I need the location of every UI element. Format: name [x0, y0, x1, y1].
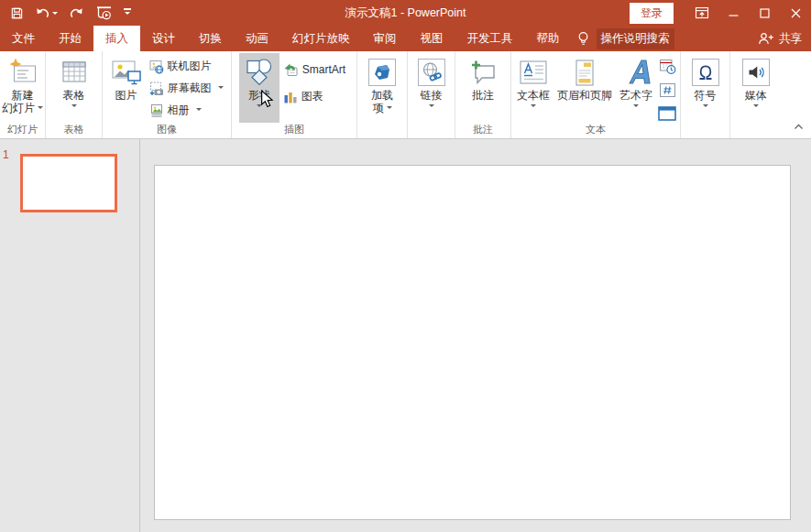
- object-button[interactable]: [656, 103, 678, 124]
- slide-thumbnail-panel: 1: [0, 139, 140, 532]
- minimize-button[interactable]: [718, 0, 749, 26]
- close-icon: [791, 8, 801, 18]
- media-dropdown-arrow: [753, 104, 759, 110]
- collapse-ribbon-button[interactable]: [794, 117, 804, 134]
- add-ins-label-1: 加载: [371, 89, 393, 102]
- undo-icon: [35, 6, 50, 20]
- link-label: 链接: [421, 89, 443, 102]
- maximize-button[interactable]: [749, 0, 780, 26]
- date-time-button[interactable]: [656, 56, 678, 76]
- tab-view[interactable]: 视图: [409, 26, 455, 51]
- new-slide-label-1: 新建: [12, 89, 34, 102]
- chart-button[interactable]: 图表: [279, 87, 349, 106]
- images-small-buttons: 联机图片 屏幕截图 相册: [146, 53, 227, 120]
- start-from-beginning-button[interactable]: [92, 2, 116, 24]
- maximize-icon: [760, 8, 770, 18]
- header-footer-button[interactable]: 页眉和页脚: [553, 53, 616, 123]
- chevron-up-icon: [794, 124, 804, 130]
- shapes-label: 形状: [248, 89, 270, 102]
- media-button[interactable]: 媒体: [739, 53, 773, 123]
- tab-slideshow[interactable]: 幻灯片放映: [280, 26, 362, 51]
- tab-developer[interactable]: 开发工具: [455, 26, 525, 51]
- slide-thumbnail[interactable]: [20, 154, 117, 212]
- undo-dropdown-caret: [52, 12, 58, 17]
- photo-album-label: 相册: [168, 103, 190, 118]
- undo-button[interactable]: [31, 2, 61, 24]
- tell-me-label: 操作说明搜索: [597, 28, 674, 49]
- group-label-tables: 表格: [46, 123, 102, 136]
- picture-label: 图片: [115, 89, 137, 102]
- group-text: 文本框 页眉和页脚 艺术字: [511, 51, 681, 138]
- add-ins-button[interactable]: 加载 项: [365, 53, 400, 123]
- group-label-illustrations: 插图: [232, 123, 356, 136]
- text-icon-buttons: [656, 53, 678, 124]
- group-tables: 表格 表格: [46, 51, 103, 138]
- text-box-button[interactable]: 文本框: [513, 53, 553, 123]
- header-footer-icon: [574, 56, 596, 89]
- group-addins: 加载 项: [357, 51, 408, 138]
- screenshot-button[interactable]: 屏幕截图: [146, 79, 227, 98]
- start-slideshow-icon: [95, 5, 113, 21]
- ribbon-insert: 新建 幻灯片 幻灯片 表格 表格 图片: [0, 51, 811, 139]
- photo-album-dropdown-arrow: [196, 108, 202, 114]
- customize-qat-button[interactable]: [120, 2, 135, 24]
- tell-me-search[interactable]: 操作说明搜索: [577, 26, 674, 51]
- tab-help[interactable]: 帮助: [525, 26, 572, 51]
- wordart-button[interactable]: 艺术字: [616, 53, 656, 123]
- illustrations-small-buttons: SmartArt 图表: [279, 53, 349, 106]
- picture-button[interactable]: 图片: [107, 53, 146, 123]
- link-dropdown-arrow: [429, 104, 434, 110]
- group-illustrations: 形状 SmartArt 图表 插图: [232, 51, 357, 138]
- header-footer-label: 页眉和页脚: [557, 89, 612, 102]
- text-box-icon: [519, 56, 548, 89]
- object-icon: [658, 106, 676, 121]
- link-button[interactable]: 链接: [414, 53, 449, 123]
- tab-animations[interactable]: 动画: [234, 26, 280, 51]
- group-comments: 批注 批注: [455, 51, 511, 138]
- group-media: 媒体: [730, 51, 781, 138]
- save-button[interactable]: [6, 2, 27, 24]
- tab-review[interactable]: 审阅: [362, 26, 409, 51]
- table-dropdown-arrow: [71, 104, 77, 110]
- slide-number-button[interactable]: [656, 80, 678, 100]
- save-icon: [10, 6, 24, 20]
- wordart-icon: [620, 56, 652, 89]
- chart-icon: [283, 90, 298, 104]
- group-label-images: 图像: [103, 123, 231, 136]
- redo-button[interactable]: [65, 2, 88, 24]
- tab-insert[interactable]: 插入: [93, 26, 140, 51]
- sign-in-button[interactable]: 登录: [630, 3, 674, 24]
- tab-home[interactable]: 开始: [47, 26, 93, 51]
- tab-transitions[interactable]: 切换: [187, 26, 234, 51]
- add-ins-label-2: 项: [373, 102, 392, 114]
- slide-canvas[interactable]: [154, 165, 791, 520]
- slide-number-icon: [659, 82, 676, 98]
- table-button[interactable]: 表格: [56, 53, 93, 123]
- group-images: 图片 联机图片 屏幕截图 相册 图像: [103, 51, 232, 138]
- chart-label: 图表: [301, 89, 323, 104]
- omega-symbol-icon: [692, 56, 719, 89]
- new-slide-button[interactable]: 新建 幻灯片: [0, 53, 47, 123]
- tab-design[interactable]: 设计: [140, 26, 187, 51]
- text-box-label: 文本框: [517, 89, 550, 102]
- redo-icon: [69, 6, 84, 20]
- table-label: 表格: [63, 89, 85, 102]
- tab-file[interactable]: 文件: [0, 26, 47, 51]
- comment-icon: [469, 56, 497, 89]
- media-label: 媒体: [745, 89, 767, 102]
- online-pictures-button[interactable]: 联机图片: [146, 57, 227, 76]
- screenshot-label: 屏幕截图: [168, 81, 212, 96]
- wordart-dropdown-arrow: [633, 104, 639, 110]
- ribbon-display-options-button[interactable]: [686, 0, 718, 26]
- photo-album-button[interactable]: 相册: [146, 101, 227, 120]
- share-button[interactable]: 共享: [749, 26, 811, 51]
- online-pictures-label: 联机图片: [168, 59, 212, 74]
- ribbon-tabs: 文件 开始 插入 设计 切换 动画 幻灯片放映 审阅 视图 开发工具 帮助 操作…: [0, 26, 811, 51]
- symbol-button[interactable]: 符号: [688, 53, 723, 123]
- smartart-button[interactable]: SmartArt: [279, 60, 349, 79]
- smartart-icon: [283, 62, 299, 77]
- comment-button[interactable]: 批注: [466, 53, 500, 123]
- shapes-button[interactable]: 形状: [239, 53, 279, 123]
- close-button[interactable]: [780, 0, 811, 26]
- titlebar: 演示文稿1 - PowerPoint 登录: [0, 0, 811, 26]
